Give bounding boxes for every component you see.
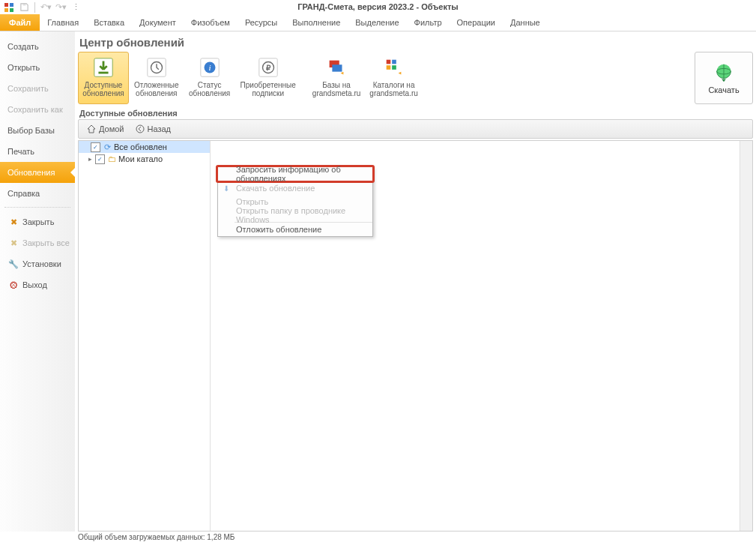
tree-expander[interactable]: ▸: [86, 155, 94, 163]
svg-rect-20: [392, 65, 396, 70]
breadcrumb-home[interactable]: Домой: [83, 122, 127, 136]
btn-purchased-subscriptions[interactable]: ₽ Приобретенные подписки: [237, 52, 300, 104]
ruble-icon: ₽: [256, 55, 280, 79]
folder-close-all-icon: ✖: [7, 237, 19, 249]
ribbon-tabs: Файл Главная Вставка Документ Физобъем Р…: [0, 14, 756, 31]
status-bar: Общий объем загружаемых данных: 1,28 МБ: [0, 532, 756, 542]
backstage-sidebar: Создать Открыть Сохранить Сохранить как …: [0, 31, 75, 532]
breadcrumb-label: Назад: [148, 124, 172, 133]
home-icon: [86, 124, 97, 134]
btn-available-updates[interactable]: Доступные обновления: [78, 52, 129, 104]
globe-download-icon: [713, 61, 735, 85]
folder-close-icon: ✖: [7, 216, 19, 228]
sidebar-item-label: Печать: [7, 147, 34, 156]
ctx-download-update: ⬇ Скачать обновление: [218, 181, 372, 195]
redo-icon[interactable]: ↷▾: [55, 1, 67, 13]
save-icon[interactable]: [18, 1, 30, 13]
tab-main[interactable]: Главная: [40, 14, 86, 31]
tab-document[interactable]: Документ: [132, 14, 184, 31]
tab-filter[interactable]: Фильтр: [407, 14, 450, 31]
sidebar-item-label: Выход: [22, 280, 47, 289]
quick-access-toolbar: ↶▾ ↷▾ ⋮: [0, 0, 756, 14]
btn-update-status[interactable]: i Статус обновления: [184, 52, 235, 104]
sidebar-item-open[interactable]: Открыть: [0, 57, 75, 78]
clock-icon: [145, 55, 169, 79]
back-arrow-icon: [135, 124, 145, 134]
svg-rect-18: [392, 60, 396, 64]
tree-row-all-updates[interactable]: ✓ ⟳ Все обновлен: [79, 141, 210, 153]
btn-label: обновления: [82, 89, 124, 97]
btn-label: обновления: [136, 89, 177, 97]
ctx-label: Отложить обновление: [236, 225, 321, 234]
btn-label: grandsmeta.ru: [312, 89, 360, 97]
ctx-request-info[interactable]: Запросить информацию об обновлениях: [218, 167, 372, 181]
svg-text:i: i: [208, 63, 211, 72]
btn-deferred-updates[interactable]: Отложенные обновления: [130, 52, 183, 104]
wrench-icon: 🔧: [7, 258, 19, 270]
ctx-label: Открыть: [236, 197, 268, 206]
updates-toolbar: Доступные обновления Отложенные обновлен…: [75, 50, 756, 104]
ctx-label: Скачать обновление: [236, 184, 315, 193]
undo-icon[interactable]: ↶▾: [40, 1, 52, 13]
tab-execution[interactable]: Выполнение: [285, 14, 348, 31]
sidebar-item-print[interactable]: Печать: [0, 141, 75, 162]
breadcrumb-back[interactable]: Назад: [132, 122, 175, 136]
checkbox-icon[interactable]: ✓: [95, 154, 105, 164]
download-icon: ⬇: [221, 183, 232, 193]
qat-customize-icon[interactable]: ⋮: [70, 1, 82, 13]
tab-physvolume[interactable]: Физобъем: [184, 14, 238, 31]
sidebar-item-close-all: ✖ Закрыть все: [0, 232, 75, 253]
title-bar: ↶▾ ↷▾ ⋮ ГРАНД-Смета, версия 2023.2 - Объ…: [0, 0, 756, 14]
tab-data[interactable]: Данные: [503, 14, 548, 31]
svg-rect-3: [10, 8, 13, 12]
btn-label: Доступные: [85, 81, 123, 89]
section-subheader: Доступные обновления: [79, 109, 756, 118]
btn-label: Каталоги на: [373, 81, 415, 89]
sidebar-item-close[interactable]: ✖ Закрыть: [0, 211, 75, 232]
svg-rect-4: [22, 4, 25, 6]
svg-rect-19: [386, 65, 390, 70]
tab-operations[interactable]: Операции: [450, 14, 503, 31]
ctx-label: Открыть папку в проводнике Windows: [236, 206, 372, 224]
btn-bases-online[interactable]: Базы на grandsmeta.ru: [309, 52, 364, 104]
sidebar-item-label: Сохранить как: [7, 105, 63, 114]
sidebar-item-label: Закрыть: [22, 217, 54, 226]
sidebar-item-create[interactable]: Создать: [0, 36, 75, 57]
btn-download[interactable]: Скачать: [695, 52, 753, 104]
context-menu: Запросить информацию об обновлениях ⬇ Ск…: [217, 166, 373, 237]
database-web-icon: [324, 55, 348, 79]
sidebar-item-label: Закрыть все: [22, 238, 70, 247]
sidebar-item-label: Справка: [7, 189, 40, 198]
sidebar-item-settings[interactable]: 🔧 Установки: [0, 253, 75, 274]
sidebar-separator: [4, 207, 70, 208]
checkbox-icon[interactable]: ✓: [91, 142, 100, 152]
file-tab[interactable]: Файл: [0, 14, 40, 31]
tree-label: Мои катало: [118, 154, 163, 163]
sidebar-item-save: Сохранить: [0, 78, 75, 99]
sidebar-item-label: Обновления: [7, 168, 55, 177]
page-title: Центр обновлений: [79, 36, 756, 49]
tab-insert[interactable]: Вставка: [86, 14, 132, 31]
sidebar-item-label: Установки: [22, 259, 61, 268]
catalog-web-icon: [382, 55, 406, 79]
breadcrumb-bar: Домой Назад: [78, 119, 753, 139]
btn-label: подписки: [252, 89, 284, 97]
sidebar-item-exit[interactable]: ⮿ Выход: [0, 274, 75, 295]
vertical-scrollbar[interactable]: [740, 141, 752, 531]
sidebar-item-help[interactable]: Справка: [0, 183, 75, 204]
breadcrumb-label: Домой: [99, 124, 124, 133]
svg-rect-2: [4, 8, 8, 12]
btn-label: Отложенные: [134, 81, 179, 89]
svg-point-23: [136, 125, 144, 133]
btn-catalogs-online[interactable]: Каталоги на grandsmeta.ru: [366, 52, 421, 104]
ctx-defer-update[interactable]: Отложить обновление: [218, 223, 372, 236]
btn-label: grandsmeta.ru: [369, 89, 417, 97]
sidebar-item-updates[interactable]: Обновления: [0, 162, 75, 183]
tree-row-my-catalogs[interactable]: ▸ ✓ 🗀 Мои катало: [79, 153, 210, 165]
tab-selection[interactable]: Выделение: [348, 14, 406, 31]
ctx-open-folder: Открыть папку в проводнике Windows: [218, 208, 372, 222]
btn-label: Скачать: [708, 85, 739, 94]
tab-resources[interactable]: Ресурсы: [238, 14, 285, 31]
status-text: Общий объем загружаемых данных: 1,28 МБ: [78, 533, 235, 541]
sidebar-item-choose-base[interactable]: Выбор Базы: [0, 120, 75, 141]
